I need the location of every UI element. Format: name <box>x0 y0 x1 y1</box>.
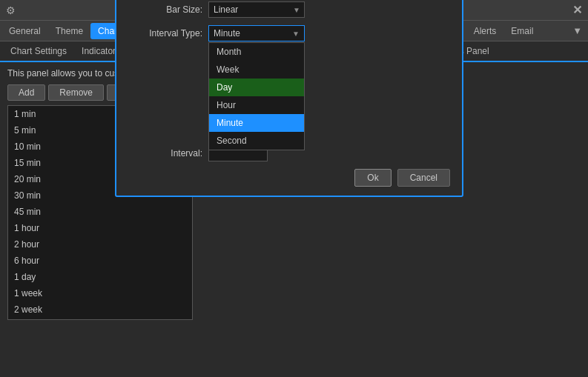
interval-type-dropdown-arrow: ▼ <box>292 30 300 38</box>
interval-type-value: Minute <box>214 28 240 39</box>
interval-type-select-wrapper: Minute ▼ Month Week Day Hour Minute Seco… <box>208 25 305 41</box>
dropdown-item-day[interactable]: Day <box>209 79 304 96</box>
list-item[interactable]: 1 hour <box>8 220 192 236</box>
list-item[interactable]: 1 week <box>8 285 192 301</box>
dropdown-item-second[interactable]: Second <box>209 132 304 150</box>
list-item[interactable]: 1 month <box>8 318 192 320</box>
remove-button[interactable]: Remove <box>48 84 104 101</box>
interval-type-label: Interval Type: <box>128 28 202 39</box>
tab-general[interactable]: General <box>1 23 48 39</box>
tab-chart-settings[interactable]: Chart Settings <box>3 43 74 59</box>
dropdown-item-hour[interactable]: Hour <box>209 96 304 114</box>
tab-theme[interactable]: Theme <box>48 23 90 39</box>
add-button[interactable]: Add <box>7 84 45 101</box>
bar-size-select[interactable]: Linear Renko Range <box>208 1 305 18</box>
cancel-button[interactable]: Cancel <box>397 169 450 187</box>
bar-size-row: Bar Size: Linear Renko Range <box>128 1 450 18</box>
add-bar-size-dialog: + Add Bar Size ✕ Select the type of bar … <box>115 0 463 197</box>
list-item[interactable]: 1 day <box>8 269 192 285</box>
dropdown-item-minute[interactable]: Minute <box>209 114 304 132</box>
list-item[interactable]: 2 week <box>8 301 192 318</box>
dialog-body: Select the type of bar size and paramete… <box>116 0 462 196</box>
main-content: 1 min5 min10 min15 min20 min30 min45 min… <box>0 105 588 320</box>
list-item[interactable]: 6 hour <box>8 253 192 269</box>
dialog-container: + Add Bar Size ✕ Select the type of bar … <box>115 0 463 197</box>
tabs-dropdown-arrow[interactable]: ▼ <box>568 22 587 39</box>
interval-type-select-display[interactable]: Minute ▼ <box>208 25 305 41</box>
tab-email[interactable]: Email <box>503 23 541 39</box>
settings-icon[interactable]: ⚙ <box>6 4 16 16</box>
interval-label: Interval: <box>128 148 202 159</box>
dropdown-item-week[interactable]: Week <box>209 61 304 79</box>
bar-size-label: Bar Size: <box>128 4 202 15</box>
interval-type-row: Interval Type: Minute ▼ Month Week Day H… <box>128 25 450 41</box>
dropdown-item-month[interactable]: Month <box>209 43 304 61</box>
bar-size-select-wrapper: Linear Renko Range <box>208 1 305 18</box>
ok-button[interactable]: Ok <box>354 169 391 187</box>
window-close-button[interactable]: ✕ <box>572 3 582 17</box>
interval-type-dropdown-menu[interactable]: Month Week Day Hour Minute Second <box>208 42 305 150</box>
dialog-action-buttons: Ok Cancel <box>128 169 450 187</box>
tab-alerts[interactable]: Alerts <box>466 23 504 39</box>
list-item[interactable]: 45 min <box>8 204 192 220</box>
list-item[interactable]: 2 hour <box>8 236 192 253</box>
